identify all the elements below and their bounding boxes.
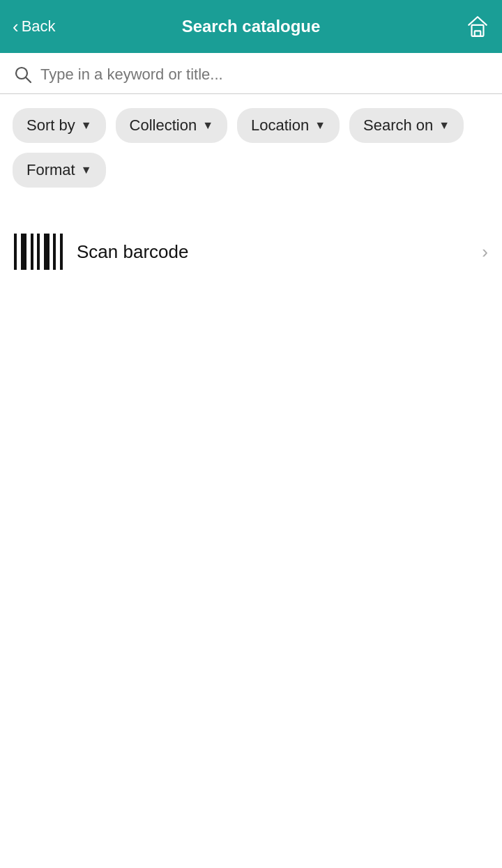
scan-barcode-label: Scan barcode (77, 241, 468, 263)
search-bar (0, 53, 502, 94)
search-input[interactable] (40, 66, 488, 84)
collection-label: Collection (130, 116, 197, 135)
location-label: Location (251, 116, 309, 135)
format-button[interactable]: Format ▼ (13, 153, 106, 188)
collection-arrow-icon: ▼ (202, 119, 213, 132)
search-on-button[interactable]: Search on ▼ (349, 108, 464, 143)
page-title: Search catalogue (182, 17, 321, 36)
location-button[interactable]: Location ▼ (237, 108, 340, 143)
back-button[interactable]: ‹ Back (13, 17, 56, 36)
sort-by-label: Sort by (26, 116, 75, 135)
search-icon (14, 66, 32, 84)
sort-by-button[interactable]: Sort by ▼ (13, 108, 106, 143)
home-icon (466, 15, 489, 38)
search-on-label: Search on (363, 116, 433, 135)
location-arrow-icon: ▼ (314, 119, 326, 132)
barcode-icon (14, 234, 63, 270)
svg-line-3 (26, 77, 31, 82)
format-arrow-icon: ▼ (81, 164, 92, 176)
back-label: Back (22, 17, 56, 36)
sort-by-arrow-icon: ▼ (81, 119, 92, 132)
search-on-arrow-icon: ▼ (439, 119, 450, 132)
filter-row: Sort by ▼ Collection ▼ Location ▼ Search… (0, 94, 502, 193)
back-chevron-icon: ‹ (13, 17, 19, 36)
app-header: ‹ Back Search catalogue (0, 0, 502, 53)
home-button[interactable] (466, 15, 489, 38)
format-label: Format (26, 161, 75, 179)
svg-rect-1 (475, 31, 481, 36)
scan-chevron-right-icon: › (482, 241, 488, 263)
collection-button[interactable]: Collection ▼ (116, 108, 227, 143)
scan-barcode-row[interactable]: Scan barcode › (0, 214, 502, 289)
